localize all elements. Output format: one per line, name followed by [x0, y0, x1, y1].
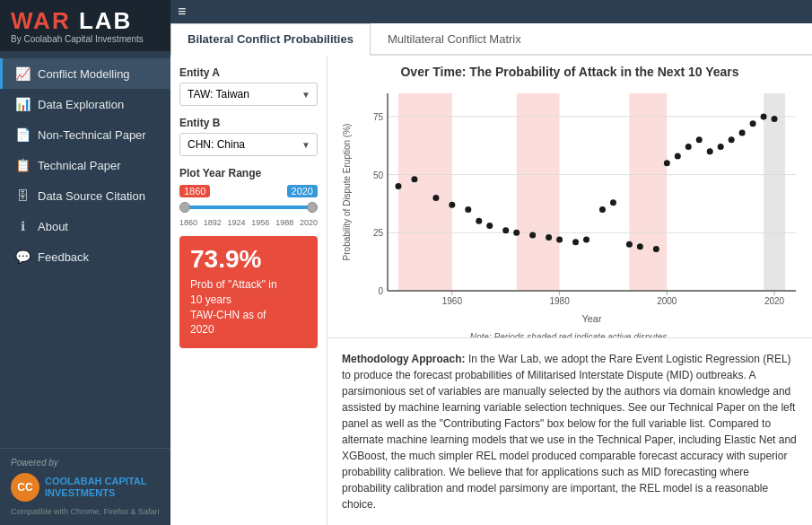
- sidebar-item-data-exploration[interactable]: 📊Data Exploration: [0, 89, 170, 119]
- footer-logo-icon: CC: [11, 473, 39, 502]
- data-point: [432, 195, 439, 201]
- entity-b-select[interactable]: CHN: China: [179, 133, 318, 156]
- hamburger-icon[interactable]: ≡: [178, 4, 186, 20]
- main-panel: ≡ Bilateral Conflict ProbabilitiesMultil…: [170, 0, 812, 525]
- nav-label-feedback: Feedback: [38, 250, 89, 264]
- entity-a-select[interactable]: TAW: Taiwan: [179, 83, 318, 106]
- entity-b-select-wrapper: CHN: China ▼: [179, 133, 318, 156]
- data-point: [529, 232, 536, 238]
- methodology-label: Methodology Approach:: [342, 353, 466, 365]
- probability-box: 73.9% Prob of "Attack" in10 yearsTAW-CHN…: [179, 236, 318, 348]
- sidebar-item-non-technical-paper[interactable]: 📄Non-Technical Paper: [0, 119, 170, 150]
- data-point: [411, 176, 417, 182]
- nav-icon-non-technical-paper: 📄: [15, 127, 30, 142]
- x-tick: 2020: [764, 296, 785, 306]
- chart-notes: Note: Periods shaded red indicate active…: [338, 331, 801, 337]
- data-point: [583, 237, 589, 243]
- x-tick: 2000: [657, 296, 677, 306]
- data-point: [626, 241, 633, 248]
- powered-by-label: Powered by: [11, 458, 160, 468]
- chart-area: Over Time: The Probability of Attack in …: [327, 56, 812, 337]
- tick-label-1924: 1924: [228, 218, 246, 227]
- entity-a-label: Entity A: [179, 66, 318, 79]
- slider-tick-labels: 186018921924195619882020: [179, 218, 318, 227]
- red-region: [629, 93, 667, 291]
- x-tick: 1980: [549, 296, 570, 306]
- data-point: [750, 120, 756, 127]
- war-text: WAR: [11, 7, 71, 34]
- logo-area: WAR LAB By Coolabah Capital Investments: [0, 0, 170, 51]
- nav-label-data-exploration: Data Exploration: [38, 98, 124, 111]
- nav-label-non-technical-paper: Non-Technical Paper: [38, 128, 146, 142]
- chart-svg: 02550751960198020002020Probability of Di…: [338, 84, 812, 327]
- data-point: [546, 234, 552, 241]
- grey-region: [764, 93, 785, 291]
- sidebar-item-technical-paper[interactable]: 📋Technical Paper: [0, 150, 170, 180]
- data-point: [637, 243, 643, 249]
- left-panel: Entity A TAW: Taiwan ▼ Entity B CHN: Chi…: [170, 56, 327, 525]
- data-point: [675, 153, 681, 159]
- sidebar-item-data-source-citation[interactable]: 🗄Data Source Citation: [0, 180, 170, 211]
- data-point: [761, 113, 767, 119]
- data-point: [449, 202, 455, 208]
- data-point: [653, 246, 659, 252]
- data-point: [572, 239, 579, 245]
- x-axis-label: Year: [581, 313, 602, 324]
- data-point: [739, 130, 746, 136]
- chart-svg-container: 02550751960198020002020Probability of Di…: [338, 84, 801, 329]
- sidebar-item-about[interactable]: ℹAbout: [0, 211, 170, 241]
- methodology-section: Methodology Approach: In the War Lab, we…: [327, 337, 812, 525]
- sidebar-item-feedback[interactable]: 💬Feedback: [0, 241, 170, 272]
- data-point: [465, 206, 471, 213]
- entity-a-select-wrapper: TAW: Taiwan ▼: [179, 83, 318, 106]
- year-slider[interactable]: [179, 200, 318, 214]
- data-point: [610, 199, 616, 206]
- tick-label-2020: 2020: [300, 218, 318, 227]
- data-point: [599, 206, 606, 213]
- data-point: [486, 223, 493, 229]
- chart-title: Over Time: The Probability of Attack in …: [338, 65, 801, 79]
- nav-icon-about: ℹ: [15, 219, 30, 233]
- nav-label-technical-paper: Technical Paper: [38, 159, 121, 172]
- data-point: [729, 136, 735, 143]
- red-region: [398, 93, 452, 291]
- nav-icon-technical-paper: 📋: [15, 158, 30, 172]
- slider-track: [179, 206, 318, 209]
- tab-bilateral[interactable]: Bilateral Conflict Probabilities: [170, 23, 371, 56]
- content-area: Entity A TAW: Taiwan ▼ Entity B CHN: Chi…: [170, 56, 812, 525]
- tab-multilateral[interactable]: Multilateral Conflict Matrix: [371, 23, 538, 56]
- entity-b-label: Entity B: [179, 117, 318, 129]
- x-tick: 1960: [442, 296, 463, 306]
- data-point: [395, 183, 401, 189]
- year-range-display: 1860 2020: [179, 185, 318, 197]
- slider-thumb-left[interactable]: [179, 202, 190, 213]
- nav-label-data-source-citation: Data Source Citation: [38, 189, 145, 203]
- y-tick: 50: [373, 171, 384, 180]
- chart-note-line1: Note: Periods shaded red indicate active…: [338, 331, 801, 337]
- nav-icon-conflict-modelling: 📈: [15, 66, 30, 81]
- red-region: [517, 93, 560, 291]
- tick-label-1892: 1892: [204, 218, 222, 227]
- warlab-logo: WAR LAB: [11, 9, 160, 32]
- nav-icon-feedback: 💬: [15, 249, 30, 264]
- nav-icon-data-exploration: 📊: [15, 97, 30, 111]
- nav-label-conflict-modelling: Conflict Modelling: [38, 67, 130, 81]
- tick-label-1860: 1860: [179, 218, 197, 227]
- slider-thumb-right[interactable]: [307, 202, 318, 213]
- data-point: [476, 218, 482, 224]
- sidebar-item-conflict-modelling[interactable]: 📈Conflict Modelling: [0, 58, 170, 89]
- data-point: [556, 237, 563, 243]
- y-tick: 25: [373, 228, 384, 238]
- y-axis-label: Probability of Dispute Eruption (%): [342, 124, 352, 261]
- year-range-label: Plot Year Range: [179, 167, 318, 179]
- sidebar-footer: Powered by CC COOLABAH CAPITALINVESTMENT…: [0, 448, 170, 525]
- prob-percent: 73.9%: [190, 247, 307, 272]
- lab-text: LAB: [71, 7, 133, 34]
- data-point: [664, 160, 670, 166]
- footer-logo: CC COOLABAH CAPITALINVESTMENTS: [11, 473, 160, 502]
- data-point: [772, 116, 778, 122]
- tabs-bar: Bilateral Conflict ProbabilitiesMultilat…: [170, 23, 812, 56]
- data-point: [513, 230, 520, 236]
- year-end-badge: 2020: [287, 185, 318, 197]
- topbar: ≡: [170, 0, 812, 23]
